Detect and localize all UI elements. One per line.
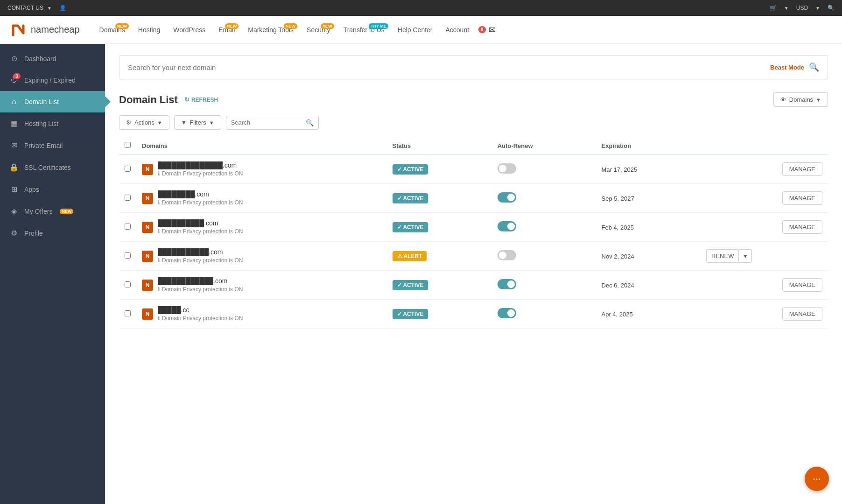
domain-name-text[interactable]: ███████████.com [158,248,243,256]
marketing-new-badge: NEW [284,23,297,29]
topbar-left: CONTACT US ▼ 👤 [7,5,66,11]
manage-button[interactable]: MANAGE [782,191,822,205]
info-icon: ℹ [158,199,160,206]
row-checkbox-1[interactable] [125,195,131,201]
sidebar-label-domain-list: Domain List [24,98,59,105]
manage-button[interactable]: MANAGE [782,162,822,176]
status-badge: ⚠ ALERT [393,251,427,261]
row-checkbox-4[interactable] [125,281,131,287]
domain-name-cell: N ████████.com ℹ Domain Privacy protecti… [142,190,381,206]
domain-search-button[interactable]: 🔍 [809,62,819,72]
table-search-input[interactable] [231,119,306,126]
table-row: N ██████████.com ℹ Domain Privacy protec… [119,213,828,242]
toolbar: ⚙ Actions ▼ ▼ Filters ▼ 🔍 [119,115,828,130]
actions-label: Actions [134,119,154,126]
sidebar-item-my-offers[interactable]: ◈ My Offers NEW [0,200,105,222]
nav-transfer[interactable]: Transfer to Us TRY ME [338,22,390,37]
status-badge: ✓ ACTIVE [393,280,428,290]
table-header-row: Domains Status Auto-Renew Expiration [119,137,828,154]
table-search-icon: 🔍 [306,119,314,126]
sidebar-item-private-email[interactable]: ✉ Private Email [0,134,105,156]
sidebar-label-dashboard: Dashboard [24,55,56,63]
currency-selector[interactable]: USD [796,5,808,11]
auto-renew-toggle[interactable] [498,250,516,260]
select-all-checkbox[interactable] [125,142,131,148]
domain-name-text[interactable]: ██████████.com [158,219,243,227]
contact-dropdown-icon[interactable]: ▼ [47,6,52,11]
manage-button[interactable]: MANAGE [782,278,822,292]
sidebar-item-domain-list[interactable]: ⌂ Domain List [0,91,105,112]
sidebar-label-hosting-list: Hosting List [24,120,58,127]
nav-security[interactable]: Security NEW [301,22,336,37]
auto-renew-toggle[interactable] [498,279,516,289]
domain-name-text[interactable]: █████.cc [158,306,243,314]
domain-info: ████████████.com ℹ Domain Privacy protec… [158,277,243,293]
domain-info: ██████████████.com ℹ Domain Privacy prot… [158,161,243,177]
sidebar-item-expiring[interactable]: ⏱ 3 Expiring / Expired [0,70,105,91]
manage-button[interactable]: MANAGE [782,220,822,234]
domain-privacy-text: ℹ Domain Privacy protection is ON [158,257,243,264]
domain-name-cell: N ████████████.com ℹ Domain Privacy prot… [142,277,381,293]
domain-list-header: Domain List ↻ REFRESH 👁 Domains ▼ [119,92,828,107]
renew-dropdown-button[interactable]: ▼ [739,249,752,263]
sidebar-item-ssl[interactable]: 🔒 SSL Certificates [0,156,105,178]
manage-button[interactable]: MANAGE [782,307,822,321]
domain-privacy-text: ℹ Domain Privacy protection is ON [158,199,243,206]
domain-name-text[interactable]: ██████████████.com [158,161,243,169]
auto-renew-toggle[interactable] [498,163,516,174]
sidebar-item-apps[interactable]: ⊞ Apps [0,178,105,200]
topbar: CONTACT US ▼ 👤 🛒 ▼ USD ▼ 🔍 [0,0,842,16]
table-row: N ███████████.com ℹ Domain Privacy prote… [119,242,828,271]
domain-search-input[interactable] [128,63,770,71]
view-domains-button[interactable]: 👁 Domains ▼ [773,92,828,107]
nc-icon: N [142,251,153,262]
nav-hosting[interactable]: Hosting [133,22,166,37]
nav-wordpress[interactable]: WordPress [168,22,211,37]
main-content: Beast Mode 🔍 Domain List ↻ REFRESH 👁 Dom… [105,44,842,504]
nav-domains[interactable]: Domains NEW [94,22,131,37]
row-checkbox-5[interactable] [125,310,131,316]
domain-privacy-text: ℹ Domain Privacy protection is ON [158,315,243,322]
mail-icon[interactable]: ✉ [489,25,496,35]
domain-name-text[interactable]: ████████.com [158,190,243,198]
table-row: N ████████████.com ℹ Domain Privacy prot… [119,271,828,300]
nav-marketing-tools[interactable]: Marketing Tools NEW [242,22,299,37]
filters-button[interactable]: ▼ Filters ▼ [174,115,221,130]
ssl-icon: 🔒 [9,163,19,172]
domain-name-text[interactable]: ████████████.com [158,277,243,285]
renew-button[interactable]: RENEW [706,249,739,263]
sidebar-item-profile[interactable]: ⚙ Profile [0,222,105,244]
auto-renew-toggle[interactable] [498,192,516,203]
row-checkbox-2[interactable] [125,224,131,230]
refresh-button[interactable]: ↻ REFRESH [184,96,218,103]
nav-email[interactable]: Email NEW [213,22,240,37]
auto-renew-toggle[interactable] [498,308,516,318]
contact-us-link[interactable]: CONTACT US [7,5,43,11]
search-icon[interactable]: 🔍 [828,5,835,11]
table-row: N ██████████████.com ℹ Domain Privacy pr… [119,154,828,184]
domains-table: Domains Status Auto-Renew Expiration N █… [119,137,828,329]
nav-items: Domains NEW Hosting WordPress Email NEW … [94,22,833,37]
actions-button[interactable]: ⚙ Actions ▼ [119,115,169,130]
view-domains-label: Domains [789,96,813,103]
chat-bubble[interactable]: ··· [805,467,829,491]
row-checkbox-0[interactable] [125,166,131,172]
currency-dropdown-icon[interactable]: ▼ [815,6,820,11]
cart-icon[interactable]: 🛒 [770,5,777,11]
col-actions-empty [701,137,828,154]
nav-account[interactable]: Account [440,22,475,37]
domain-name-cell: N ██████████.com ℹ Domain Privacy protec… [142,219,381,235]
notification-badge[interactable]: 8 [478,26,486,33]
nc-icon: N [142,222,153,233]
nav-help-center[interactable]: Help Center [392,22,438,37]
sidebar-item-hosting-list[interactable]: ▦ Hosting List [0,112,105,134]
col-expiration: Expiration [596,137,701,154]
beast-mode-btn[interactable]: Beast Mode [770,64,804,71]
view-dropdown-icon: ▼ [816,97,821,103]
sidebar-item-dashboard[interactable]: ⊙ Dashboard [0,48,105,70]
cart-dropdown-icon[interactable]: ▼ [784,6,789,11]
row-checkbox-3[interactable] [125,252,131,259]
user-icon[interactable]: 👤 [59,5,66,11]
logo[interactable]: namecheap [9,21,80,39]
auto-renew-toggle[interactable] [498,221,516,231]
